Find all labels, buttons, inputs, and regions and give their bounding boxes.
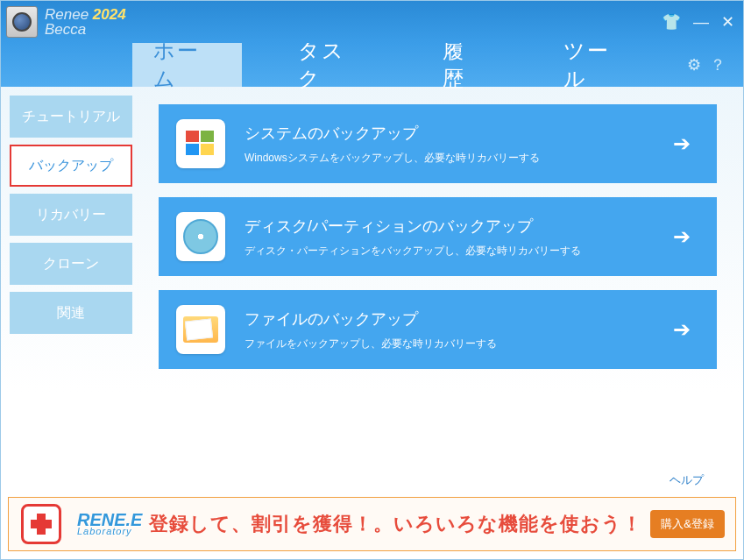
tab-history[interactable]: 履歴 bbox=[422, 43, 507, 87]
gear-icon[interactable]: ⚙ bbox=[687, 55, 701, 74]
app-logo-icon bbox=[6, 6, 38, 38]
promo-brand: RENE.E Laboratory bbox=[77, 512, 142, 536]
body: チュートリアル バックアップ リカバリー クローン 関連 システムのバックアップ… bbox=[1, 87, 743, 497]
card-text: ディスク/パーティションのバックアップ ディスク・パーティションをバックアップし… bbox=[244, 216, 654, 259]
card-title: ディスク/パーティションのバックアップ bbox=[244, 216, 654, 237]
folder-icon bbox=[176, 305, 225, 354]
card-file-backup[interactable]: ファイルのバックアップ ファイルをバックアップし、必要な時リカバリーする ➔ bbox=[159, 290, 717, 369]
brand-title: Renee 2024 Becca bbox=[45, 7, 126, 37]
arrow-right-icon: ➔ bbox=[673, 131, 691, 156]
card-desc: ファイルをバックアップし、必要な時リカバリーする bbox=[244, 337, 654, 351]
card-system-backup[interactable]: システムのバックアップ Windowsシステムをバックアップし、必要な時リカバリ… bbox=[159, 104, 717, 183]
tab-home[interactable]: ホーム bbox=[132, 43, 242, 87]
help-link[interactable]: ヘルプ bbox=[670, 472, 704, 488]
promo-logo-icon bbox=[12, 500, 70, 549]
promo-bar: RENE.E Laboratory 登録して、割引を獲得！。いろいろな機能を使お… bbox=[8, 497, 736, 551]
title-bar: Renee 2024 Becca 👕 — ✕ bbox=[1, 1, 743, 43]
card-text: ファイルのバックアップ ファイルをバックアップし、必要な時リカバリーする bbox=[244, 308, 654, 351]
tab-label: 履歴 bbox=[443, 37, 486, 93]
tab-label: ホーム bbox=[153, 37, 221, 93]
buy-register-button[interactable]: 購入&登録 bbox=[650, 510, 725, 538]
tab-label: タスク bbox=[298, 37, 366, 93]
card-title: ファイルのバックアップ bbox=[244, 308, 654, 330]
promo-text: 登録して、割引を獲得！。いろいろな機能を使おう！ bbox=[149, 511, 643, 537]
tab-label: ツール bbox=[563, 37, 631, 93]
nav-right-icons: ⚙ ？ bbox=[687, 43, 726, 87]
sidebar-item-label: クローン bbox=[43, 255, 99, 273]
brand-year: 2024 bbox=[93, 6, 126, 23]
card-disk-backup[interactable]: ディスク/パーティションのバックアップ ディスク・パーティションをバックアップし… bbox=[159, 197, 717, 276]
window-controls: 👕 — ✕ bbox=[662, 12, 734, 32]
windows-icon bbox=[176, 119, 225, 168]
arrow-right-icon: ➔ bbox=[673, 224, 691, 249]
sidebar-item-label: バックアップ bbox=[29, 157, 113, 175]
card-title: システムのバックアップ bbox=[244, 123, 654, 144]
sidebar-item-recovery[interactable]: リカバリー bbox=[10, 194, 132, 236]
question-icon[interactable]: ？ bbox=[710, 54, 726, 75]
close-icon[interactable]: ✕ bbox=[721, 12, 734, 32]
sidebar-item-label: 関連 bbox=[57, 304, 85, 323]
sidebar-item-label: チュートリアル bbox=[22, 108, 120, 126]
sidebar-item-backup[interactable]: バックアップ bbox=[10, 145, 132, 187]
sidebar-item-clone[interactable]: クローン bbox=[10, 243, 132, 285]
sidebar-item-label: リカバリー bbox=[36, 206, 106, 224]
card-desc: ディスク・パーティションをバックアップし、必要な時リカバリーする bbox=[244, 244, 654, 259]
sidebar: チュートリアル バックアップ リカバリー クローン 関連 bbox=[1, 87, 132, 497]
card-text: システムのバックアップ Windowsシステムをバックアップし、必要な時リカバリ… bbox=[244, 123, 654, 166]
main-nav: ホーム タスク 履歴 ツール ⚙ ？ bbox=[1, 43, 743, 87]
arrow-right-icon: ➔ bbox=[673, 317, 691, 342]
content-area: システムのバックアップ Windowsシステムをバックアップし、必要な時リカバリ… bbox=[132, 87, 743, 497]
pin-icon[interactable]: 👕 bbox=[662, 12, 681, 32]
app-window: Renee 2024 Becca 👕 — ✕ ホーム タスク 履歴 ツール ⚙ … bbox=[0, 0, 744, 560]
tab-task[interactable]: タスク bbox=[277, 43, 387, 87]
card-desc: Windowsシステムをバックアップし、必要な時リカバリーする bbox=[244, 151, 654, 166]
disk-icon bbox=[176, 212, 225, 261]
sidebar-item-tutorial[interactable]: チュートリアル bbox=[10, 96, 132, 138]
brand-name-2: Becca bbox=[45, 21, 86, 38]
sidebar-item-related[interactable]: 関連 bbox=[10, 292, 132, 334]
tab-tools[interactable]: ツール bbox=[542, 43, 652, 87]
minimize-icon[interactable]: — bbox=[693, 13, 709, 32]
